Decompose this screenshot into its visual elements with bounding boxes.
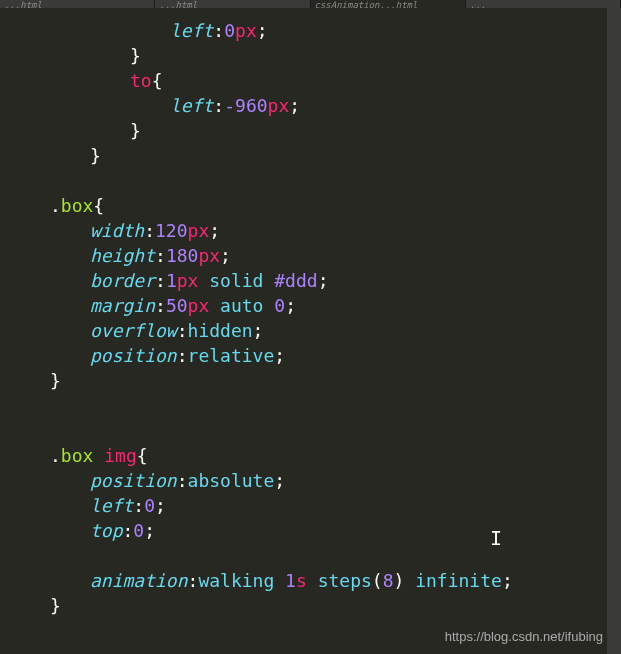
code-line: top:0; bbox=[0, 518, 621, 543]
code-line: left:0; bbox=[0, 493, 621, 518]
code-line bbox=[0, 168, 621, 193]
code-line bbox=[0, 543, 621, 568]
code-line: } bbox=[0, 143, 621, 168]
editor-tab[interactable]: ...html bbox=[0, 0, 155, 8]
text-cursor-icon: I bbox=[490, 526, 502, 550]
code-line: animation:walking 1s steps(8) infinite; bbox=[0, 568, 621, 593]
code-line: position:absolute; bbox=[0, 468, 621, 493]
code-line: .box img{ bbox=[0, 443, 621, 468]
code-line: margin:50px auto 0; bbox=[0, 293, 621, 318]
code-line: } bbox=[0, 368, 621, 393]
code-line: width:120px; bbox=[0, 218, 621, 243]
code-line: } bbox=[0, 43, 621, 68]
code-line: position:relative; bbox=[0, 343, 621, 368]
code-editor[interactable]: left:0px; } to{ left:-960px; } } .box{ w… bbox=[0, 8, 621, 618]
code-line: } bbox=[0, 593, 621, 618]
code-line: height:180px; bbox=[0, 243, 621, 268]
scrollbar[interactable] bbox=[607, 8, 621, 654]
code-line: left:0px; bbox=[0, 18, 621, 43]
watermark: https://blog.csdn.net/ifubing bbox=[445, 629, 603, 644]
code-line: border:1px solid #ddd; bbox=[0, 268, 621, 293]
editor-tab[interactable]: ... bbox=[466, 0, 621, 8]
code-line bbox=[0, 418, 621, 443]
code-line bbox=[0, 393, 621, 418]
code-line: overflow:hidden; bbox=[0, 318, 621, 343]
code-line: .box{ bbox=[0, 193, 621, 218]
editor-tab-active[interactable]: cssAnimation...html bbox=[311, 0, 466, 8]
code-line: } bbox=[0, 118, 621, 143]
code-line: left:-960px; bbox=[0, 93, 621, 118]
tab-bar: ...html ...html cssAnimation...html ... bbox=[0, 0, 621, 8]
code-line: to{ bbox=[0, 68, 621, 93]
editor-tab[interactable]: ...html bbox=[155, 0, 310, 8]
